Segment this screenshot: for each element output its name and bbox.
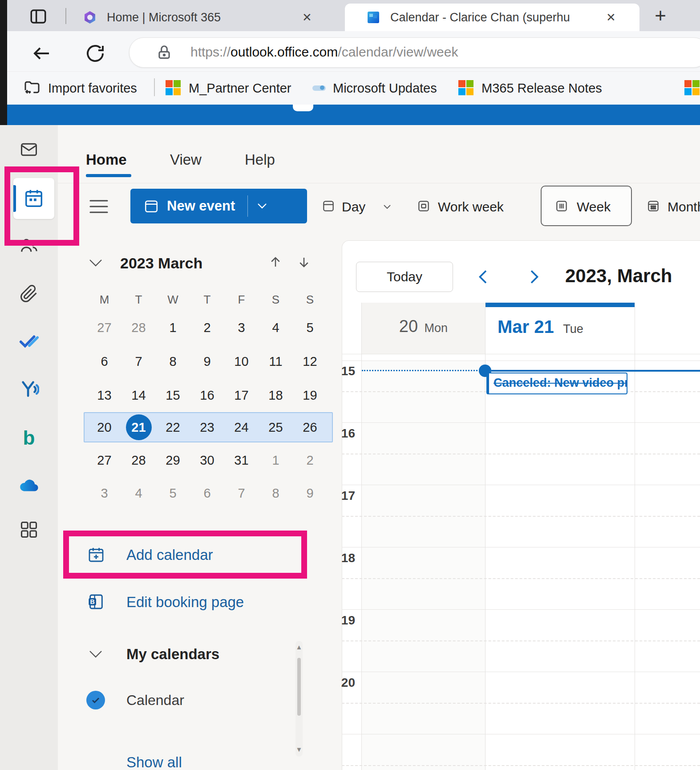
event-canceled[interactable]: Canceled: New video pro [486, 373, 627, 394]
url-scheme: https:// [190, 45, 231, 59]
mini-date-cell[interactable]: 27 [87, 444, 121, 476]
grid-line [342, 672, 700, 672]
tab-home[interactable]: Home [86, 151, 127, 168]
hamburger-icon[interactable] [89, 199, 109, 215]
favorite-partner-center[interactable]: M_Partner Center [189, 79, 291, 97]
browser-tab-home[interactable]: Home | Microsoft 365 ✕ [71, 4, 344, 31]
mini-date-cell[interactable]: 27 [87, 312, 121, 344]
today-button[interactable]: Today [356, 262, 453, 292]
half-hour-line [342, 454, 700, 454]
mini-date-cell[interactable]: 4 [121, 477, 156, 509]
refresh-icon[interactable] [85, 43, 106, 64]
mini-date-cell[interactable]: 28 [121, 312, 156, 344]
mini-date-cell[interactable]: 25 [259, 412, 293, 442]
browser-tab-calendar-active[interactable]: Calendar - Clarice Chan (superhu ✕ [345, 4, 639, 31]
mini-date-cell[interactable]: 22 [156, 412, 190, 442]
mini-date-cell[interactable]: 7 [224, 477, 259, 509]
new-tab-button[interactable]: + [649, 4, 672, 28]
time-label: 19 [317, 613, 355, 628]
mini-date-cell[interactable]: 8 [156, 345, 190, 377]
mini-date-cell[interactable]: 29 [156, 444, 190, 476]
mini-date-cell[interactable]: 1 [156, 312, 190, 344]
mini-date-cell[interactable]: 4 [259, 312, 293, 344]
mini-date-cell[interactable]: 10 [224, 345, 259, 377]
favorites-divider [154, 78, 155, 96]
onedrive-icon[interactable] [0, 474, 58, 496]
mail-icon[interactable] [0, 139, 58, 160]
mini-date-cell[interactable]: 3 [87, 477, 121, 509]
yammer-icon[interactable] [0, 378, 58, 400]
mini-date-cell[interactable]: 1 [259, 444, 293, 476]
tab-help[interactable]: Help [245, 151, 275, 168]
favorite-microsoft-updates[interactable]: Microsoft Updates [333, 79, 437, 97]
mini-date-cell[interactable]: 14 [121, 379, 156, 411]
show-all-link[interactable]: Show all [126, 754, 182, 770]
week-view-icon [554, 199, 569, 213]
current-time-line [491, 370, 700, 372]
favorite-m365-release-notes[interactable]: M365 Release Notes [482, 79, 602, 97]
work-week-view-button[interactable]: Work week [438, 199, 504, 215]
chevron-down-icon[interactable] [88, 258, 103, 268]
chevron-down-icon[interactable] [383, 204, 392, 210]
mini-date-cell[interactable]: 7 [121, 345, 156, 377]
mini-date-cell[interactable]: 28 [121, 444, 156, 476]
time-label: 16 [317, 426, 355, 441]
calendar-add-icon [144, 199, 159, 214]
calendar-checkbox-checked[interactable] [86, 691, 105, 709]
grid-line [342, 485, 700, 485]
arrow-down-icon[interactable] [297, 255, 311, 269]
todo-icon[interactable] [0, 330, 58, 352]
mini-date-cell[interactable]: 5 [293, 312, 327, 344]
new-event-button[interactable]: New event [130, 189, 307, 223]
tab-actions-icon[interactable] [28, 7, 48, 26]
day-header-tuesday-label[interactable]: Mar 21 Tue [498, 317, 583, 337]
my-calendars-header[interactable]: My calendars [126, 646, 219, 663]
mini-date-cell[interactable]: 17 [224, 379, 259, 411]
close-tab-icon[interactable]: ✕ [298, 8, 316, 26]
day-view-button[interactable]: Day [342, 199, 365, 215]
mini-date-cell[interactable]: 6 [190, 477, 224, 509]
mini-date-cell[interactable]: 3 [224, 312, 259, 344]
favorite-import[interactable]: Import favorites [48, 79, 137, 97]
scrollbar-up-icon[interactable]: ▲ [295, 644, 303, 651]
calendar-list-item[interactable]: Calendar [126, 692, 184, 709]
url-path: /calendar/view/week [338, 45, 458, 59]
mini-date-cell-selected[interactable]: 21 [121, 412, 156, 442]
mini-date-cell[interactable]: 23 [190, 412, 224, 442]
attachment-icon[interactable] [0, 283, 58, 304]
apps-grid-icon[interactable] [0, 519, 58, 540]
url-text[interactable]: https://outlook.office.com/calendar/view… [190, 37, 458, 67]
chevron-left-icon[interactable] [475, 267, 491, 287]
mini-date-cell[interactable]: 24 [224, 412, 259, 442]
mini-date-cell[interactable]: 6 [87, 345, 121, 377]
mini-date-cell[interactable]: 8 [259, 477, 293, 509]
mini-date-cell[interactable]: 9 [190, 345, 224, 377]
arrow-up-icon[interactable] [269, 255, 282, 269]
edit-booking-page-link[interactable]: Edit booking page [126, 594, 244, 611]
back-icon[interactable] [31, 43, 53, 64]
mini-date-cell[interactable]: 13 [87, 379, 121, 411]
mini-date-cell[interactable]: 20 [87, 412, 121, 442]
half-hour-line [342, 703, 700, 704]
chevron-right-icon[interactable] [526, 267, 542, 287]
month-view-button[interactable]: Month [668, 199, 700, 215]
mini-date-cell[interactable]: 18 [259, 379, 293, 411]
mini-date-cell[interactable]: 15 [156, 379, 190, 411]
mini-calendar-title[interactable]: 2023 March [120, 255, 202, 272]
close-tab-icon[interactable]: ✕ [602, 8, 620, 26]
chevron-down-icon[interactable] [257, 203, 267, 210]
chevron-down-icon[interactable] [88, 650, 103, 659]
scrollbar-down-icon[interactable]: ▼ [295, 746, 303, 753]
mini-date-cell[interactable]: 19 [293, 379, 327, 411]
scrollbar-thumb[interactable] [297, 658, 301, 716]
mini-date-cell[interactable]: 31 [224, 444, 259, 476]
mini-date-cell[interactable]: 2 [190, 312, 224, 344]
bing-icon[interactable]: b [0, 427, 58, 449]
mini-date-cell[interactable]: 11 [259, 345, 293, 377]
import-favorites-icon[interactable] [23, 78, 41, 96]
mini-date-cell[interactable]: 5 [156, 477, 190, 509]
tab-view[interactable]: View [170, 151, 202, 168]
mini-date-cell[interactable]: 2 [293, 444, 327, 476]
mini-date-cell[interactable]: 16 [190, 379, 224, 411]
mini-date-cell[interactable]: 30 [190, 444, 224, 476]
